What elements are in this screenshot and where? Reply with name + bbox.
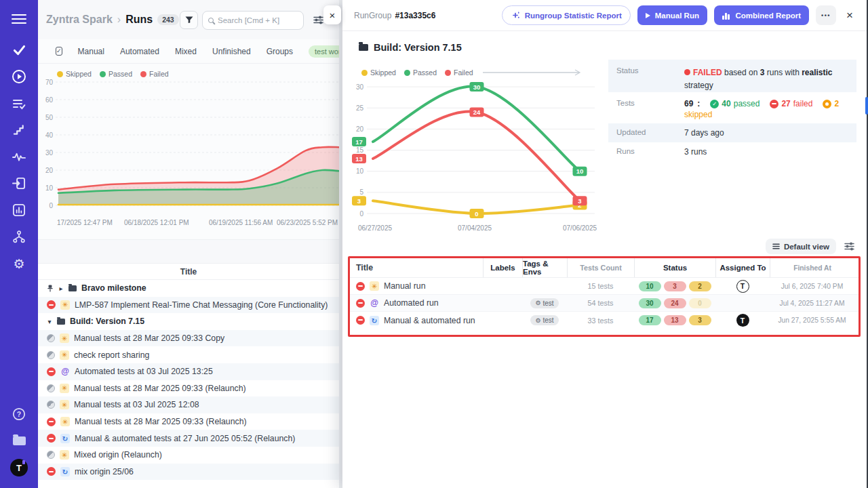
column-header-status[interactable]: Status xyxy=(634,258,715,277)
rungroup-statistic-report-button[interactable]: Rungroup Statistic Report xyxy=(502,5,631,25)
activity-pulse-nav-icon[interactable] xyxy=(0,146,38,167)
runs-count-badge: 243 xyxy=(157,14,179,25)
failed-icon xyxy=(356,316,365,325)
select-all-icon[interactable]: ✓ xyxy=(56,47,62,56)
run-list-item[interactable]: ✳Manual tests at 03 Jul 2025 12:08 xyxy=(38,396,339,413)
run-list-item[interactable]: ✳Manual tests at 28 Mar 2025 09:33 Copy xyxy=(38,330,339,347)
search-input[interactable] xyxy=(218,16,292,24)
combined-report-button[interactable]: Combined Report xyxy=(714,5,809,25)
hamburger-menu-icon[interactable] xyxy=(0,8,38,30)
run-list-item[interactable]: ✳LMP-587 Implement Real-Time Chat Messag… xyxy=(38,297,339,314)
rungroup-info: Status FAILED based on 3 runs with reali… xyxy=(608,60,856,161)
status-pill: 13 xyxy=(664,315,686,325)
assignee-avatar[interactable]: T xyxy=(736,314,749,327)
more-actions-button[interactable]: ••• xyxy=(816,5,836,25)
column-header-labels[interactable]: Labels xyxy=(483,258,522,277)
run-title-cell[interactable]: ↻Manual & automated run xyxy=(350,312,483,329)
status-pill: 10 xyxy=(639,281,661,291)
run-list-item[interactable]: ✳Mixed origin (Relaunch) xyxy=(38,447,339,464)
status-label: Status xyxy=(616,60,684,92)
run-title: Bravo milestone xyxy=(81,283,146,293)
workflow-filter-pill[interactable]: test work xyxy=(309,45,339,58)
x-axis-label: 07/04/2025 xyxy=(458,224,492,232)
area-chart-x-labels: 17/2025 12:47 PM06/18/2025 12:01 PM06/19… xyxy=(38,219,339,230)
runs-area-chart-card: Skipped Passed Failed 706050403020100 17… xyxy=(38,64,339,240)
settings-gear-nav-icon[interactable]: ⚙ xyxy=(0,253,38,274)
run-list-item[interactable]: ✳Manual tests at 28 Mar 2025 09:33 (Rela… xyxy=(38,413,339,430)
close-panel-button[interactable]: × xyxy=(323,5,341,24)
breadcrumb-project[interactable]: Zyntra Spark xyxy=(46,14,113,26)
run-list-item[interactable]: ✳Manual tests at 28 Mar 2025 09:33 (Rela… xyxy=(38,380,339,397)
run-list-item[interactable]: ▾Build: Version 7.15 xyxy=(38,313,339,330)
manual-run-button[interactable]: Manual Run xyxy=(637,5,707,25)
progress-icon xyxy=(47,334,55,342)
default-view-button[interactable]: Default view xyxy=(766,239,836,254)
projects-folder-icon[interactable] xyxy=(0,430,38,451)
help-icon[interactable]: ? xyxy=(0,403,38,425)
table-row[interactable]: ✳Manual run15 tests1032TJul 6, 2025 7:40… xyxy=(350,278,859,295)
check-nav-icon[interactable] xyxy=(0,39,38,61)
run-title-cell[interactable]: ✳Manual run xyxy=(350,278,483,294)
combined-report-label: Combined Report xyxy=(736,12,801,20)
passed-check-icon: ✓ xyxy=(710,100,719,108)
chart-legend: Skipped Passed Failed xyxy=(349,62,601,78)
run-list-item[interactable]: @Automated tests at 03 Jul 2025 13:25 xyxy=(38,363,339,380)
branch-nav-icon[interactable] xyxy=(0,226,38,247)
status-pill: 3 xyxy=(664,281,686,291)
run-list-item[interactable]: ✳check report sharing xyxy=(38,346,339,363)
gear-icon: ⚙ xyxy=(535,317,540,324)
assigned-to-cell: T xyxy=(715,312,770,329)
close-drawer-button[interactable]: × xyxy=(843,9,856,22)
scrollbar-thumb[interactable] xyxy=(865,97,868,115)
bar-chart-nav-icon[interactable] xyxy=(0,199,38,221)
breadcrumb-page[interactable]: Runs xyxy=(125,14,153,26)
runs-play-nav-icon[interactable] xyxy=(0,66,38,87)
tab-manual[interactable]: Manual xyxy=(78,47,104,56)
run-list-item[interactable]: ▸Bravo milestone xyxy=(38,280,339,297)
assignee-avatar[interactable]: T xyxy=(736,280,749,293)
failed-dot-icon xyxy=(140,71,146,77)
run-title: Manual tests at 28 Mar 2025 09:33 (Relau… xyxy=(75,417,247,426)
mixed-icon: ↻ xyxy=(60,467,70,476)
advanced-filters-icon[interactable] xyxy=(313,15,323,27)
legend-failed: Failed xyxy=(454,68,473,77)
info-row-updated: Updated 7 days ago xyxy=(608,123,856,142)
scroll-right-arrow-icon[interactable] xyxy=(483,69,585,76)
caret-down-icon: ▾ xyxy=(47,318,52,325)
user-avatar[interactable]: T xyxy=(0,457,38,479)
finished-at-cell: Jul 4, 2025 11:27 AM xyxy=(770,295,854,311)
steps-nav-icon[interactable] xyxy=(0,119,38,141)
run-list-item[interactable]: ↻Manual & automated tests at 27 Jun 2025… xyxy=(38,430,339,447)
tab-groups[interactable]: Groups xyxy=(267,47,293,56)
run-title-cell[interactable]: @Automated run xyxy=(350,295,483,311)
manual-icon: ✳ xyxy=(60,300,70,310)
column-header-assigned-to[interactable]: Assigned To xyxy=(715,258,770,277)
column-header-tags-envs[interactable]: Tags & Envs xyxy=(522,258,567,277)
table-row[interactable]: @Automated run⚙test54 tests30240Jul 4, 2… xyxy=(350,295,859,312)
column-header-title[interactable]: Title xyxy=(350,258,483,277)
column-settings-icon[interactable] xyxy=(844,242,854,251)
tag-pill[interactable]: ⚙test xyxy=(530,315,558,325)
list-check-nav-icon[interactable] xyxy=(0,93,38,115)
tag-pill[interactable]: ⚙test xyxy=(530,298,558,308)
runs-table-body: ✳Manual run15 tests1032TJul 6, 2025 7:40… xyxy=(350,278,859,329)
status-pill: 24 xyxy=(664,298,686,308)
table-view-toolbar: Default view xyxy=(766,239,854,254)
runs-value: 3 runs xyxy=(684,142,848,161)
table-row[interactable]: ↻Manual & automated run⚙test33 tests1713… xyxy=(350,312,859,329)
search-box[interactable] xyxy=(202,11,304,30)
tab-unfinished[interactable]: Unfinished xyxy=(212,47,251,56)
column-header-finished-at[interactable]: Finished At xyxy=(770,258,854,277)
automated-icon: @ xyxy=(60,367,70,376)
passed-dot-icon xyxy=(404,70,410,76)
svg-text:0: 0 xyxy=(49,202,53,209)
filter-button[interactable] xyxy=(180,11,198,29)
runs-area-chart: 706050403020100 xyxy=(38,79,339,215)
line-chart-x-labels: 06/27/202507/04/202507/06/2025 xyxy=(349,224,601,234)
sign-in-nav-icon[interactable] xyxy=(0,172,38,194)
tab-mixed[interactable]: Mixed xyxy=(175,47,197,56)
tab-automated[interactable]: Automated xyxy=(120,47,159,56)
tests-count-cell: 33 tests xyxy=(567,312,634,329)
run-list-item[interactable]: ↻mix origin 25/06 xyxy=(38,464,339,481)
column-header-tests-count[interactable]: Tests Count xyxy=(567,258,634,277)
